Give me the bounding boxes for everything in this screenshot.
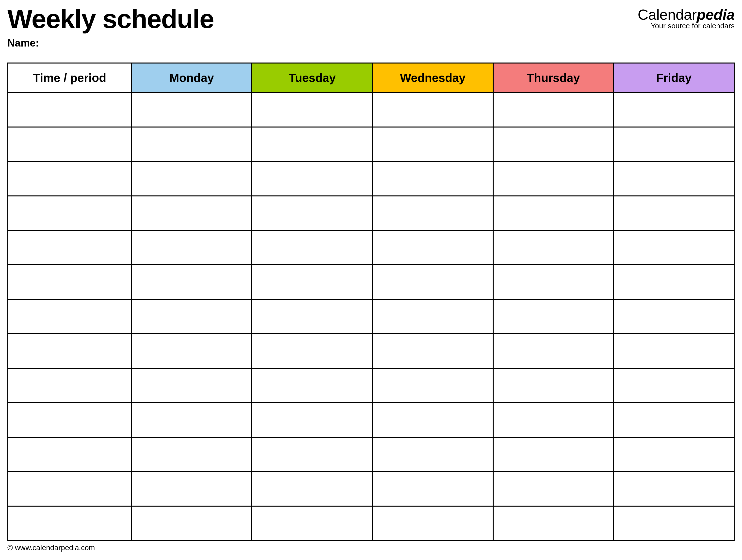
table-cell[interactable] [252,127,372,162]
table-cell[interactable] [372,334,493,368]
table-cell[interactable] [493,368,614,403]
table-cell[interactable] [493,403,614,437]
table-cell[interactable] [252,230,372,265]
table-cell[interactable] [252,368,372,403]
table-cell[interactable] [131,437,252,471]
table-row [8,368,734,403]
header-wednesday: Wednesday [372,63,493,93]
table-cell[interactable] [614,506,734,541]
table-cell[interactable] [493,230,614,265]
table-cell[interactable] [614,127,734,162]
table-cell[interactable] [131,196,252,230]
table-cell[interactable] [614,265,734,299]
table-cell[interactable] [614,334,734,368]
table-cell[interactable] [372,265,493,299]
table-cell[interactable] [252,299,372,334]
header-row: Weekly schedule Name: Calendarpedia Your… [7,5,735,49]
table-cell[interactable] [252,93,372,127]
table-cell[interactable] [614,471,734,506]
table-cell[interactable] [252,334,372,368]
table-cell[interactable] [493,299,614,334]
schedule-table: Time / period Monday Tuesday Wednesday T… [7,62,735,541]
table-cell[interactable] [8,506,131,541]
table-row [8,230,734,265]
table-cell[interactable] [131,471,252,506]
table-row [8,93,734,127]
brand-part2: pedia [697,6,735,23]
table-row [8,265,734,299]
table-cell[interactable] [131,93,252,127]
table-cell[interactable] [493,162,614,196]
table-cell[interactable] [372,403,493,437]
table-cell[interactable] [8,368,131,403]
table-cell[interactable] [131,230,252,265]
table-cell[interactable] [493,196,614,230]
table-cell[interactable] [614,299,734,334]
header-time-period: Time / period [8,63,131,93]
table-cell[interactable] [252,162,372,196]
table-cell[interactable] [8,265,131,299]
table-cell[interactable] [131,368,252,403]
table-cell[interactable] [614,93,734,127]
table-cell[interactable] [131,127,252,162]
table-cell[interactable] [493,334,614,368]
table-cell[interactable] [252,403,372,437]
table-cell[interactable] [614,437,734,471]
title-block: Weekly schedule Name: [7,5,214,49]
table-cell[interactable] [372,93,493,127]
table-row [8,471,734,506]
table-cell[interactable] [131,162,252,196]
table-cell[interactable] [8,230,131,265]
table-cell[interactable] [252,437,372,471]
table-cell[interactable] [372,162,493,196]
table-cell[interactable] [614,162,734,196]
table-cell[interactable] [493,127,614,162]
table-cell[interactable] [372,437,493,471]
table-cell[interactable] [252,196,372,230]
table-cell[interactable] [252,506,372,541]
table-header-row: Time / period Monday Tuesday Wednesday T… [8,63,734,93]
table-cell[interactable] [252,471,372,506]
table-cell[interactable] [8,437,131,471]
table-cell[interactable] [131,334,252,368]
table-cell[interactable] [372,471,493,506]
table-cell[interactable] [8,162,131,196]
table-cell[interactable] [131,506,252,541]
table-cell[interactable] [493,265,614,299]
table-cell[interactable] [8,299,131,334]
table-cell[interactable] [372,299,493,334]
table-row [8,506,734,541]
table-cell[interactable] [372,127,493,162]
table-cell[interactable] [252,265,372,299]
table-cell[interactable] [372,230,493,265]
table-cell[interactable] [8,334,131,368]
table-cell[interactable] [493,437,614,471]
header-monday: Monday [131,63,252,93]
footer-copyright: © www.calendarpedia.com [7,544,735,552]
table-cell[interactable] [8,403,131,437]
table-cell[interactable] [372,506,493,541]
table-cell[interactable] [372,196,493,230]
table-cell[interactable] [372,368,493,403]
table-cell[interactable] [8,93,131,127]
table-cell[interactable] [131,403,252,437]
table-cell[interactable] [8,471,131,506]
table-cell[interactable] [614,403,734,437]
table-cell[interactable] [614,196,734,230]
table-row [8,403,734,437]
table-cell[interactable] [8,196,131,230]
table-cell[interactable] [493,93,614,127]
table-cell[interactable] [493,506,614,541]
table-cell[interactable] [8,127,131,162]
header-thursday: Thursday [493,63,614,93]
table-cell[interactable] [614,230,734,265]
header-tuesday: Tuesday [252,63,372,93]
table-row [8,162,734,196]
brand-logo-text: Calendarpedia [638,7,735,22]
table-cell[interactable] [131,265,252,299]
table-cell[interactable] [131,299,252,334]
table-row [8,334,734,368]
brand-block: Calendarpedia Your source for calendars [638,7,735,30]
table-cell[interactable] [493,471,614,506]
table-cell[interactable] [614,368,734,403]
